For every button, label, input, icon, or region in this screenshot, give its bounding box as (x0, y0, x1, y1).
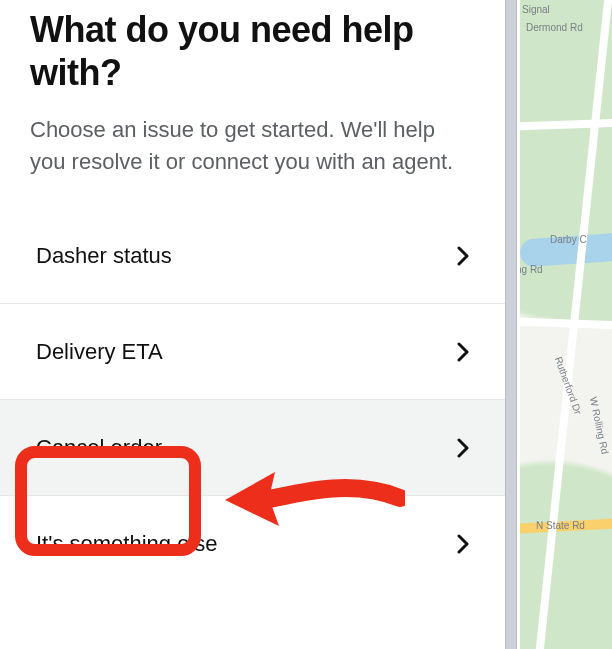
chevron-right-icon (457, 438, 469, 458)
chevron-right-icon (457, 246, 469, 266)
map-sliver[interactable]: Signal Dermond Rd Darby C ng Rd Rutherfo… (520, 0, 612, 649)
help-subtitle: Choose an issue to get started. We'll he… (0, 114, 505, 208)
map-label: N State Rd (536, 520, 585, 531)
issue-item-cancel-order[interactable]: Cancel order (0, 400, 505, 496)
map-label: Dermond Rd (526, 22, 583, 33)
issue-item-dasher-status[interactable]: Dasher status (0, 208, 505, 304)
issue-item-label: Dasher status (36, 243, 172, 269)
screenshot-root: Signal Dermond Rd Darby C ng Rd Rutherfo… (0, 0, 612, 649)
map-label: Signal (522, 4, 550, 15)
map-label: Darby C (550, 234, 587, 245)
help-title: What do you need help with? (0, 8, 505, 114)
map-label: ng Rd (520, 264, 543, 275)
chevron-right-icon (457, 534, 469, 554)
issue-item-something-else[interactable]: It's something else (0, 496, 505, 592)
panel-scrollbar[interactable] (505, 0, 517, 649)
chevron-right-icon (457, 342, 469, 362)
issue-item-label: It's something else (36, 531, 218, 557)
issue-item-label: Delivery ETA (36, 339, 163, 365)
issue-item-label: Cancel order (36, 435, 162, 461)
issue-list: Dasher status Delivery ETA Cancel order … (0, 208, 505, 592)
help-panel: What do you need help with? Choose an is… (0, 0, 505, 649)
issue-item-delivery-eta[interactable]: Delivery ETA (0, 304, 505, 400)
